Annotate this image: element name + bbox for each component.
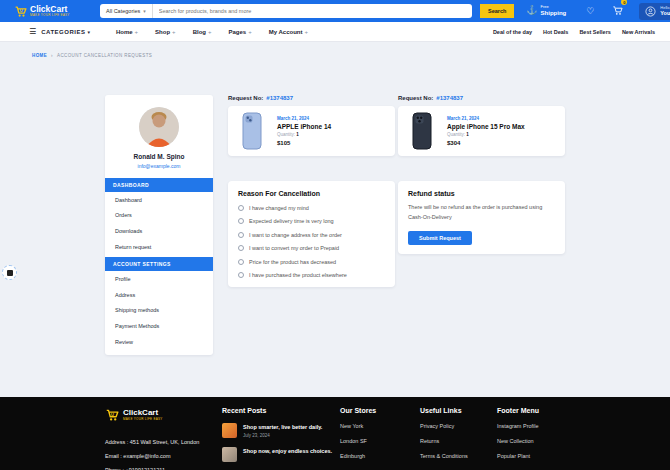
footer-contact-info: Address : 451 Wall Street, UK, London Em… [105, 431, 199, 470]
post-thumbnail [222, 447, 237, 462]
request-number-label: Request No: [228, 95, 263, 101]
recent-posts-title: Recent Posts [222, 407, 334, 414]
refund-status-panel: Refund status There will be no refund as… [398, 181, 565, 254]
footer-link-new-york[interactable]: New York [340, 423, 376, 429]
free-shipping-info: ⚓ Free Shipping [526, 5, 566, 17]
footer-link-new-collection[interactable]: New Collection [497, 438, 539, 444]
recent-post-1[interactable]: Shop smarter, live better daily. July 23… [222, 423, 334, 438]
user-icon [645, 6, 656, 17]
reason-option-1[interactable]: I have changed my mind [238, 205, 385, 211]
sidebar-item-review[interactable]: Review [105, 334, 213, 350]
reason-option-label: Expected delivery time is very long [249, 218, 334, 224]
brand-tagline: MAKE YOUR LIFE EASY [30, 14, 70, 17]
footer-brand-logo[interactable]: U ClickCart MAKE YOUR LIFE EASY [105, 408, 163, 422]
recent-post-2[interactable]: Shop now, enjoy endless choices. [222, 447, 334, 462]
nav-best-sellers[interactable]: Best Sellers [579, 29, 611, 35]
nav-item-home[interactable]: Home+ [116, 29, 138, 35]
categories-menu[interactable]: CATEGORIES [41, 29, 85, 35]
cart-button[interactable]: 0 [612, 2, 623, 20]
sidebar-item-payment-methods[interactable]: Payment Methods [105, 318, 213, 334]
reason-option-5[interactable]: Price for the product has decreased [238, 259, 385, 265]
footer-link-london-sf[interactable]: London SF [340, 438, 376, 444]
radio-icon[interactable] [238, 259, 244, 265]
reason-option-3[interactable]: I want to change address for the order [238, 232, 385, 238]
radio-icon[interactable] [238, 218, 244, 224]
breadcrumb-current: ACCOUNT CANCELLATION REQUESTS [57, 53, 152, 58]
nav-item-my-account[interactable]: My Account+ [269, 29, 308, 35]
sidebar-item-profile[interactable]: Profile [105, 271, 213, 287]
reason-option-2[interactable]: Expected delivery time is very long [238, 218, 385, 224]
nav-deal-of-the-day[interactable]: Deal of the day [493, 29, 532, 35]
reason-panel-title: Reason For Cancellation [238, 190, 385, 197]
brand-logo[interactable]: U ClickCart MAKE YOUR LIFE EASY [14, 5, 92, 18]
product-price: $105 [277, 140, 331, 146]
reason-option-label: Price for the product has decreased [249, 259, 336, 265]
account-label: Your Account [660, 10, 670, 17]
sidebar-item-dashboard[interactable]: Dashboard [105, 192, 213, 208]
nav-menu: Home+ Shop+ Blog+ Pages+ My Account+ [116, 29, 308, 35]
sidebar-item-downloads[interactable]: Downloads [105, 223, 213, 239]
product-name: Apple iPhone 15 Pro Max [447, 123, 525, 130]
sidebar-item-orders[interactable]: Orders [105, 208, 213, 224]
nav-hot-deals[interactable]: Hot Deals [543, 29, 568, 35]
footer-brand-tagline: MAKE YOUR LIFE EASY [123, 418, 163, 421]
product-name: APPLE iPhone 14 [277, 123, 331, 130]
sidebar-item-address[interactable]: Address [105, 287, 213, 303]
reason-option-label: I have purchased the product elsewhere [249, 272, 347, 278]
quantity-row: Quantity: 1 [277, 132, 331, 137]
sidebar-item-shipping-methods[interactable]: Shipping methods [105, 303, 213, 319]
account-button[interactable]: Hello, Sign In Your Account ▾ [639, 3, 670, 20]
nav-new-arrivals[interactable]: New Arrivals [622, 29, 655, 35]
reason-option-label: I want to change address for the order [249, 232, 342, 238]
post-thumbnail [222, 423, 237, 438]
wishlist-heart-icon[interactable]: ♡ [586, 7, 594, 16]
profile-email-link[interactable]: info@example.com [105, 163, 213, 169]
footer-link-instagram-profile[interactable]: Instagram Profile [497, 423, 539, 429]
reason-option-label: I have changed my mind [249, 205, 309, 211]
footer-link-edinburgh[interactable]: Edinburgh [340, 453, 376, 459]
nav-item-blog[interactable]: Blog+ [193, 29, 212, 35]
hamburger-menu-icon[interactable]: ☰ [29, 27, 36, 36]
footer-link-terms-conditions[interactable]: Terms & Conditions [420, 453, 468, 459]
footer-link-privacy-policy[interactable]: Privacy Policy [420, 423, 468, 429]
nav-item-label: Pages [228, 29, 246, 35]
radio-icon[interactable] [238, 205, 244, 211]
footer-link-popular-plant[interactable]: Popular Plant [497, 453, 539, 459]
search-input[interactable] [153, 8, 472, 14]
radio-icon[interactable] [238, 232, 244, 238]
search-button[interactable]: Search [480, 4, 514, 18]
submit-request-button[interactable]: Submit Request [408, 231, 472, 245]
refund-panel-title: Refund status [408, 190, 555, 197]
svg-text:U: U [20, 9, 23, 13]
nav-item-pages[interactable]: Pages+ [228, 29, 251, 35]
post-title: Shop now, enjoy endless choices. [243, 447, 332, 455]
reason-option-4[interactable]: I want to convert my order to Prepaid [238, 245, 385, 251]
request-number-value[interactable]: #1374837 [436, 95, 463, 101]
free-shipping-bottom: Shipping [541, 10, 567, 17]
quantity-label: Quantity: [277, 132, 295, 137]
chevron-down-icon: ▾ [87, 29, 90, 35]
floating-settings-button[interactable] [2, 265, 17, 280]
reason-option-6[interactable]: I have purchased the product elsewhere [238, 272, 385, 278]
product-price: $304 [447, 140, 525, 146]
category-dropdown[interactable]: All Categories ▾ [100, 4, 153, 18]
quantity-label: Quantity: [447, 132, 465, 137]
sidebar-item-return-request[interactable]: Return request [105, 239, 213, 255]
ship-anchor-icon: ⚓ [526, 6, 537, 15]
refund-status-text: There will be no refund as the order is … [408, 202, 555, 223]
quantity-value: 1 [296, 132, 299, 137]
iphone-15-pro-max-image [411, 111, 433, 151]
product-card[interactable]: March 21, 2024 APPLE iPhone 14 Quantity:… [228, 106, 395, 156]
nav-item-label: My Account [269, 29, 303, 35]
request-number-value[interactable]: #1374837 [266, 95, 293, 101]
nav-item-shop[interactable]: Shop+ [155, 29, 176, 35]
request-number-heading: Request No: #1374837 [228, 95, 395, 101]
nav-item-label: Blog [193, 29, 206, 35]
radio-icon[interactable] [238, 272, 244, 278]
reason-option-label: I want to convert my order to Prepaid [249, 245, 339, 251]
quantity-row: Quantity: 1 [447, 132, 525, 137]
radio-icon[interactable] [238, 245, 244, 251]
product-card[interactable]: March 21, 2024 Apple iPhone 15 Pro Max Q… [398, 106, 565, 156]
footer-link-returns[interactable]: Returns [420, 438, 468, 444]
breadcrumb-home-link[interactable]: HOME [32, 53, 47, 58]
